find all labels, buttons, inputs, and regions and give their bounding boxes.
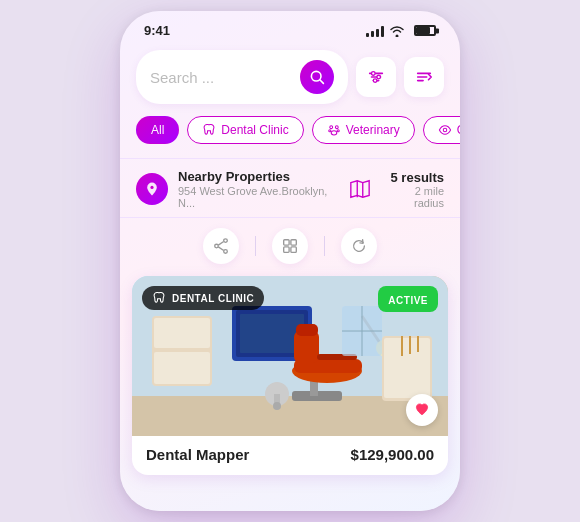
search-button[interactable] — [300, 60, 334, 94]
share-row — [120, 218, 460, 272]
filter-button[interactable] — [356, 57, 396, 97]
status-bar: 9:41 — [120, 11, 460, 42]
wifi-icon — [389, 25, 405, 37]
svg-point-22 — [215, 244, 219, 248]
property-name: Dental Mapper — [146, 446, 249, 463]
refresh-button[interactable] — [341, 228, 377, 264]
svg-point-16 — [443, 128, 447, 132]
svg-rect-47 — [384, 338, 430, 398]
location-text: Nearby Properties 954 West Grove Ave.Bro… — [178, 169, 346, 209]
phone-frame: 9:41 Search ... — [120, 11, 460, 511]
active-text: ACTIVE — [388, 295, 428, 306]
heart-icon — [414, 402, 430, 418]
svg-point-53 — [273, 402, 281, 410]
svg-rect-26 — [291, 240, 296, 245]
pin-icon — [144, 181, 160, 197]
svg-point-17 — [150, 186, 153, 189]
svg-rect-28 — [291, 247, 296, 252]
grid-button[interactable] — [272, 228, 308, 264]
svg-line-24 — [218, 247, 223, 251]
search-area: Search ... — [120, 42, 460, 116]
filter-icon — [367, 68, 385, 86]
divider-2 — [324, 236, 325, 256]
svg-rect-33 — [154, 352, 210, 384]
active-badge: ACTIVE — [378, 286, 438, 312]
tooth-icon — [202, 123, 216, 137]
location-subtitle: 954 West Grove Ave.Brooklyn, N... — [178, 185, 346, 209]
svg-point-15 — [331, 131, 337, 135]
sort-button[interactable] — [404, 57, 444, 97]
svg-point-5 — [372, 72, 376, 76]
svg-point-14 — [337, 130, 339, 132]
share-icon — [212, 237, 230, 255]
share-button[interactable] — [203, 228, 239, 264]
map-icon — [349, 178, 371, 200]
location-row: Nearby Properties 954 West Grove Ave.Bro… — [120, 158, 460, 218]
svg-point-20 — [224, 239, 228, 243]
time-display: 9:41 — [144, 23, 170, 38]
property-card[interactable]: DENTAL CLINIC ACTIVE Dental Mapper $129,… — [132, 276, 448, 475]
status-icons — [366, 25, 436, 37]
svg-point-13 — [328, 130, 330, 132]
battery-icon — [414, 25, 436, 36]
chip-dental[interactable]: Dental Clinic — [187, 116, 303, 144]
search-input[interactable]: Search ... — [150, 69, 292, 86]
search-icon — [309, 69, 325, 85]
chip-vet[interactable]: Veterinary — [312, 116, 415, 144]
location-title: Nearby Properties — [178, 169, 346, 184]
svg-line-23 — [218, 242, 223, 246]
divider-1 — [255, 236, 256, 256]
favorite-button[interactable] — [406, 394, 438, 426]
svg-rect-25 — [284, 240, 289, 245]
svg-point-6 — [377, 75, 381, 79]
eye-icon — [438, 123, 452, 137]
svg-rect-32 — [154, 318, 210, 348]
refresh-icon — [350, 237, 368, 255]
chip-optometry[interactable]: Optometry — [423, 116, 460, 144]
sort-icon — [415, 68, 433, 86]
results-icon — [346, 175, 374, 203]
clinic-type-badge: DENTAL CLINIC — [142, 286, 264, 310]
results-right: 5 results 2 mile radius — [346, 170, 444, 209]
location-left: Nearby Properties 954 West Grove Ave.Bro… — [136, 169, 346, 209]
card-footer: Dental Mapper $129,900.00 — [132, 436, 448, 475]
results-count: 5 results — [382, 170, 444, 185]
clinic-type-text: DENTAL CLINIC — [172, 293, 254, 304]
grid-icon — [281, 237, 299, 255]
svg-line-1 — [320, 80, 324, 84]
tooth-badge-icon — [152, 291, 166, 305]
signal-icon — [366, 25, 384, 37]
svg-point-11 — [330, 126, 333, 129]
svg-point-7 — [373, 79, 377, 83]
svg-point-12 — [335, 126, 338, 129]
svg-rect-30 — [132, 396, 448, 436]
results-radius: 2 mile radius — [382, 185, 444, 209]
location-pin — [136, 173, 168, 205]
paw-icon — [327, 123, 341, 137]
svg-point-21 — [224, 250, 228, 254]
svg-rect-27 — [284, 247, 289, 252]
results-text: 5 results 2 mile radius — [382, 170, 444, 209]
chip-all[interactable]: All — [136, 116, 179, 144]
property-price: $129,900.00 — [351, 446, 434, 463]
card-image: DENTAL CLINIC ACTIVE — [132, 276, 448, 436]
filter-chips: All Dental Clinic Veterinary Optometry — [120, 116, 460, 158]
svg-rect-42 — [296, 324, 318, 336]
search-box[interactable]: Search ... — [136, 50, 348, 104]
